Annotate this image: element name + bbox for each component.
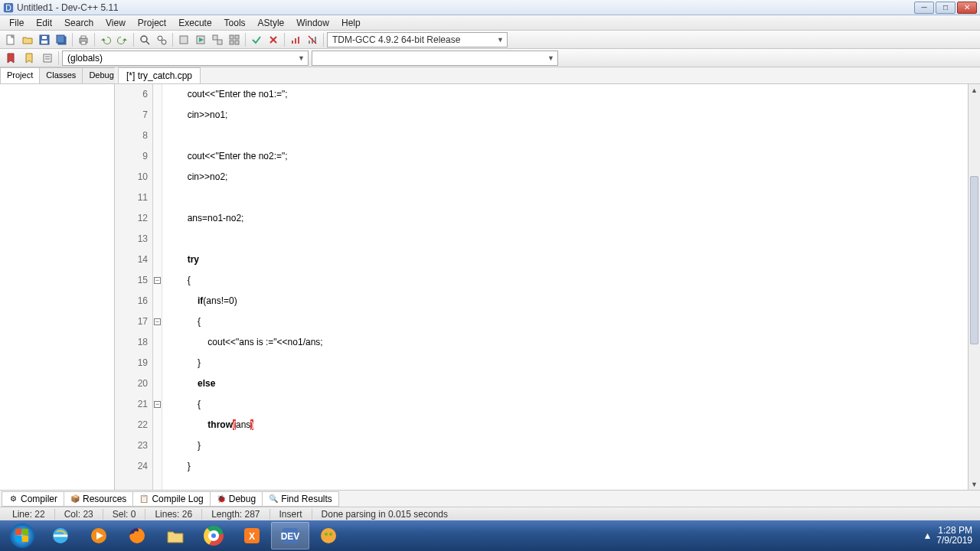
- bottom-tab-label: Find Results: [281, 494, 332, 504]
- tray-date: 7/9/2019: [936, 536, 972, 546]
- debug-stop-icon[interactable]: [266, 32, 281, 47]
- save-all-icon[interactable]: [54, 32, 69, 47]
- scope-combo-value: (globals): [67, 53, 103, 64]
- svg-rect-33: [44, 54, 51, 62]
- toggle-bookmark-icon[interactable]: [21, 51, 37, 66]
- find-icon[interactable]: [137, 32, 152, 47]
- profile-icon[interactable]: [288, 32, 303, 47]
- member-combo[interactable]: ▼: [312, 51, 558, 66]
- editor-area: [*] try_catch.cpp 6789101112131415161718…: [115, 67, 980, 490]
- compile-icon[interactable]: [176, 32, 191, 47]
- svg-rect-28: [298, 37, 299, 44]
- svg-rect-21: [235, 35, 239, 39]
- editor-tab[interactable]: [*] try_catch.cpp: [118, 67, 201, 83]
- replace-icon[interactable]: [154, 32, 169, 47]
- chevron-down-icon: ▼: [547, 54, 554, 62]
- bottom-tab-resources[interactable]: 📦Resources: [64, 491, 133, 507]
- menu-project[interactable]: Project: [132, 16, 172, 30]
- close-button[interactable]: ✕: [957, 2, 977, 14]
- svg-rect-40: [22, 536, 28, 542]
- svg-point-55: [325, 533, 328, 536]
- chevron-down-icon: ▼: [298, 54, 305, 62]
- scrollbar-thumb[interactable]: [970, 176, 978, 344]
- compile-run-icon[interactable]: [210, 32, 225, 47]
- goto-bookmark-icon[interactable]: [3, 51, 18, 66]
- taskbar-xampp-icon[interactable]: X: [233, 522, 271, 549]
- menu-tools[interactable]: Tools: [218, 16, 252, 30]
- code-editor[interactable]: 6789101112131415161718192021222324 −−− c…: [115, 84, 980, 490]
- bottom-tab-compile-log[interactable]: 📋Compile Log: [132, 491, 210, 507]
- bottom-tab-debug[interactable]: 🐞Debug: [210, 491, 263, 507]
- print-icon[interactable]: [76, 32, 91, 47]
- debug-check-icon[interactable]: [249, 32, 264, 47]
- taskbar-firefox-icon[interactable]: [118, 522, 156, 549]
- menu-edit[interactable]: Edit: [30, 16, 58, 30]
- taskbar-chrome-icon[interactable]: [194, 522, 233, 549]
- svg-rect-23: [235, 41, 239, 44]
- status-message: Done parsing in 0.015 seconds: [312, 509, 977, 520]
- bottom-tabstrip: ⚙Compiler📦Resources📋Compile Log🐞Debug🔍Fi…: [0, 490, 980, 507]
- status-col: Col: 23: [55, 509, 103, 520]
- taskbar: X DEV ▲ 1:28 PM 7/9/2019: [0, 520, 980, 551]
- workspace: ProjectClassesDebug [*] try_catch.cpp 67…: [0, 67, 980, 490]
- bottom-tab-find-results[interactable]: 🔍Find Results: [262, 491, 339, 507]
- minimize-button[interactable]: ─: [914, 2, 934, 14]
- taskbar-explorer-icon[interactable]: [156, 522, 194, 549]
- window-title: Untitled1 - Dev-C++ 5.11: [17, 2, 913, 13]
- svg-point-36: [10, 523, 34, 548]
- save-icon[interactable]: [37, 32, 52, 47]
- scroll-up-icon[interactable]: ▲: [969, 84, 980, 96]
- run-icon[interactable]: [193, 32, 208, 47]
- svg-rect-15: [180, 36, 188, 44]
- compiler-combo[interactable]: TDM-GCC 4.9.2 64-bit Release ▼: [327, 32, 508, 47]
- side-tabstrip: ProjectClassesDebug: [0, 67, 114, 84]
- taskbar-wmp-icon[interactable]: [80, 522, 118, 549]
- chevron-down-icon: ▼: [497, 36, 504, 44]
- taskbar-other-icon[interactable]: [309, 522, 348, 549]
- bottom-tab-compiler[interactable]: ⚙Compiler: [2, 491, 64, 507]
- menu-astyle[interactable]: AStyle: [252, 16, 291, 30]
- delete-profile-icon[interactable]: [305, 32, 320, 47]
- menu-search[interactable]: Search: [58, 16, 100, 30]
- menu-execute[interactable]: Execute: [172, 16, 217, 30]
- editor-tabstrip: [*] try_catch.cpp: [115, 67, 980, 84]
- rebuild-icon[interactable]: [227, 32, 242, 47]
- app-icon: D: [3, 2, 14, 13]
- editor-tab-label: [*] try_catch.cpp: [126, 70, 192, 81]
- side-tab-project[interactable]: Project: [0, 67, 40, 83]
- compiler-combo-value: TDM-GCC 4.9.2 64-bit Release: [332, 34, 460, 45]
- open-file-icon[interactable]: [20, 32, 35, 47]
- status-length: Length: 287: [202, 509, 270, 520]
- svg-point-54: [321, 528, 336, 543]
- titlebar: D Untitled1 - Dev-C++ 5.11 ─ □ ✕: [0, 0, 980, 15]
- svg-point-11: [141, 36, 147, 42]
- scroll-down-icon[interactable]: ▼: [969, 478, 980, 490]
- redo-icon[interactable]: [115, 32, 130, 47]
- goto-line-icon[interactable]: [40, 51, 55, 66]
- menu-file[interactable]: File: [3, 16, 30, 30]
- maximize-button[interactable]: □: [936, 2, 956, 14]
- svg-rect-19: [217, 40, 222, 44]
- bottom-tab-icon: 📋: [139, 494, 149, 504]
- taskbar-devcpp-icon[interactable]: DEV: [271, 522, 309, 549]
- svg-rect-7: [57, 35, 64, 43]
- tray-clock: 1:28 PM 7/9/2019: [936, 526, 972, 546]
- menu-window[interactable]: Window: [290, 16, 335, 30]
- start-button[interactable]: [3, 522, 41, 549]
- menu-view[interactable]: View: [100, 16, 132, 30]
- menu-help[interactable]: Help: [335, 16, 367, 30]
- status-sel: Sel: 0: [103, 509, 146, 520]
- svg-point-13: [158, 36, 162, 41]
- vertical-scrollbar[interactable]: ▲ ▼: [968, 84, 980, 490]
- svg-rect-4: [41, 41, 47, 44]
- undo-icon[interactable]: [98, 32, 113, 47]
- taskbar-ie-icon[interactable]: [41, 522, 80, 549]
- side-tab-classes[interactable]: Classes: [39, 67, 83, 83]
- svg-rect-10: [81, 41, 86, 44]
- new-file-icon[interactable]: [3, 32, 18, 47]
- svg-rect-38: [22, 529, 28, 535]
- code-content[interactable]: cout<<"Enter the no1:="; cin>>no1; cout<…: [162, 84, 968, 490]
- scope-combo[interactable]: (globals) ▼: [62, 51, 309, 66]
- system-tray[interactable]: ▲ 1:28 PM 7/9/2019: [918, 526, 977, 546]
- window-controls: ─ □ ✕: [913, 2, 977, 14]
